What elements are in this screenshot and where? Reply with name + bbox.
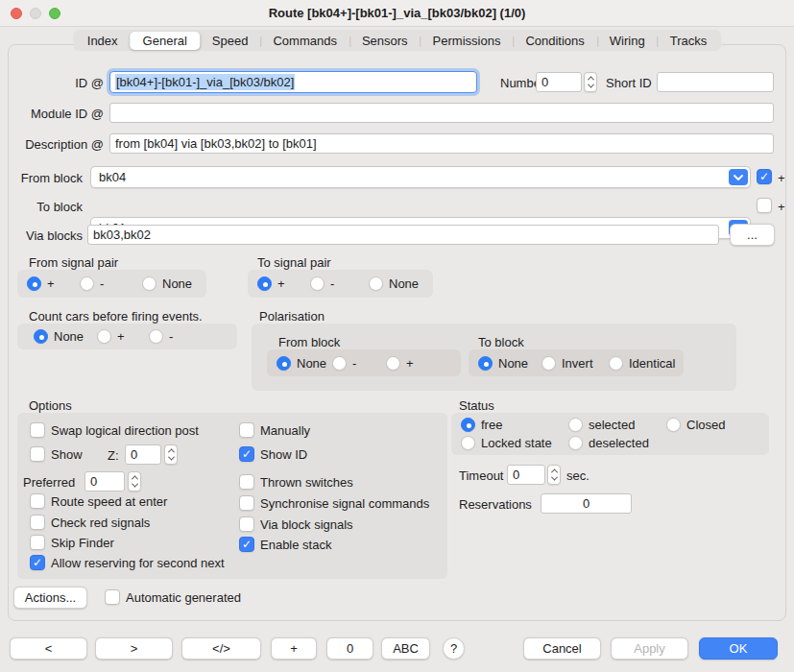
polarisation-to-none[interactable]: None [478,356,528,371]
count-cars-plus[interactable]: + [97,329,125,344]
status-free[interactable]: free [461,418,502,432]
checkbox-icon[interactable]: ✓ [30,493,45,509]
cancel-button[interactable]: Cancel [523,637,601,660]
count-cars-minus[interactable]: - [149,329,173,344]
tab-index[interactable]: Index [75,32,131,50]
prev-button[interactable]: < [10,637,87,660]
radio-icon[interactable] [277,356,291,371]
via-blocks-browse-button[interactable]: ... [730,224,775,246]
actions-button[interactable]: Actions... [13,587,87,609]
tab-speed[interactable]: Speed [200,32,261,50]
radio-icon[interactable] [461,418,475,432]
option-manually[interactable]: ✓ Manually [239,422,310,438]
polarisation-from-plus[interactable]: + [386,356,414,371]
to-signal-pair-minus[interactable]: - [310,276,334,291]
radio-icon[interactable] [609,356,623,371]
radio-icon[interactable] [332,356,347,371]
to-signal-pair-none[interactable]: None [369,276,419,291]
radio-icon[interactable] [149,329,163,344]
tab-tracks[interactable]: Tracks [658,32,720,50]
option-via-block-signals[interactable]: ✓ Via block signals [239,516,353,532]
checkbox-icon[interactable]: ✓ [30,446,45,462]
status-closed[interactable]: Closed [666,418,725,432]
to-block-plus-checkbox[interactable]: ✓ [757,198,772,213]
next-button[interactable]: > [95,637,173,660]
from-signal-pair-minus[interactable]: - [80,276,104,291]
option-show-id[interactable]: ✓ Show ID [239,446,307,462]
checkbox-icon[interactable]: ✓ [239,446,254,462]
polarisation-to-identical[interactable]: Identical [609,356,675,371]
apply-button[interactable]: Apply [611,637,688,660]
to-signal-pair-plus[interactable]: + [257,276,285,291]
from-signal-pair-plus[interactable]: + [27,276,55,291]
checkbox-icon[interactable]: ✓ [239,422,254,438]
preferred-stepper[interactable] [128,471,141,492]
radio-icon[interactable] [80,276,94,291]
checkbox-icon[interactable]: ✓ [30,515,45,530]
radio-icon[interactable] [34,329,48,344]
option-enable-stack[interactable]: ✓ Enable stack [239,537,331,552]
help-button[interactable]: ? [443,637,465,660]
polarisation-from-minus[interactable]: - [332,356,356,371]
add-button[interactable]: + [271,637,317,660]
option-thrown-switches[interactable]: ✓ Thrown switches [239,474,353,490]
option-swap-logical-direction[interactable]: ✓ Swap logical direction post [30,422,199,438]
tab-sensors[interactable]: Sensors [349,32,421,50]
abc-button[interactable]: ABC [381,637,430,660]
checkbox-icon[interactable]: ✓ [239,474,254,490]
tab-permissions[interactable]: Permissions [421,32,514,50]
radio-icon[interactable] [568,418,583,432]
option-route-speed-at-enter[interactable]: ✓ Route speed at enter [30,493,167,509]
checkbox-icon[interactable]: ✓ [239,537,254,552]
preferred-input[interactable] [84,471,125,492]
status-selected[interactable]: selected [568,418,635,432]
timeout-stepper[interactable] [547,465,561,485]
radio-icon[interactable] [369,276,383,291]
xml-button[interactable]: </> [181,637,261,660]
short-id-input[interactable] [657,72,774,92]
radio-icon[interactable] [310,276,325,291]
tab-commands[interactable]: Commands [260,32,349,50]
status-locked-state[interactable]: Locked state [461,436,552,450]
checkbox-icon[interactable]: ✓ [239,495,254,511]
radio-icon[interactable] [257,276,272,291]
radio-icon[interactable] [568,436,583,450]
zero-button[interactable]: 0 [326,637,373,660]
radio-icon[interactable] [541,356,556,371]
module-id-input[interactable] [109,103,774,123]
option-check-red-signals[interactable]: ✓ Check red signals [30,515,150,530]
from-block-plus-checkbox[interactable]: ✓ [757,169,772,184]
z-stepper[interactable] [164,444,178,465]
radio-icon[interactable] [386,356,400,371]
chevron-down-icon[interactable] [729,169,748,185]
option-synchronise-signal-commands[interactable]: ✓ Synchronise signal commands [239,495,429,511]
checkbox-icon[interactable]: ✓ [30,422,45,438]
checkbox-icon[interactable]: ✓ [239,516,254,532]
timeout-input[interactable] [507,465,545,485]
reservations-input[interactable] [541,493,632,514]
radio-icon[interactable] [97,329,111,344]
option-skip-finder[interactable]: ✓ Skip Finder [30,535,114,550]
option-show[interactable]: ✓ Show [30,446,83,462]
via-blocks-input[interactable] [87,225,719,245]
number-input[interactable] [536,72,582,92]
checkbox-icon[interactable]: ✓ [30,535,45,550]
option-automatic-generated[interactable]: ✓ Automatic generated [105,589,241,605]
polarisation-to-invert[interactable]: Invert [541,356,593,371]
radio-icon[interactable] [666,418,681,432]
status-deselected[interactable]: deselected [568,436,649,450]
count-cars-none[interactable]: None [34,329,84,344]
radio-icon[interactable] [142,276,156,291]
checkbox-icon[interactable]: ✓ [30,555,45,570]
tab-wiring[interactable]: Wiring [597,32,658,50]
ok-button[interactable]: OK [699,637,778,660]
id-input[interactable]: [bk04+]-[bk01-]_via_[bk03/bk02] [109,71,477,93]
number-stepper[interactable] [584,72,597,92]
tab-conditions[interactable]: Conditions [513,32,596,50]
checkbox-icon[interactable]: ✓ [105,589,120,605]
radio-icon[interactable] [478,356,493,371]
tab-general[interactable]: General [131,32,200,50]
z-input[interactable] [125,444,161,465]
from-block-combobox[interactable]: bk04 [90,166,751,188]
radio-icon[interactable] [461,436,475,450]
